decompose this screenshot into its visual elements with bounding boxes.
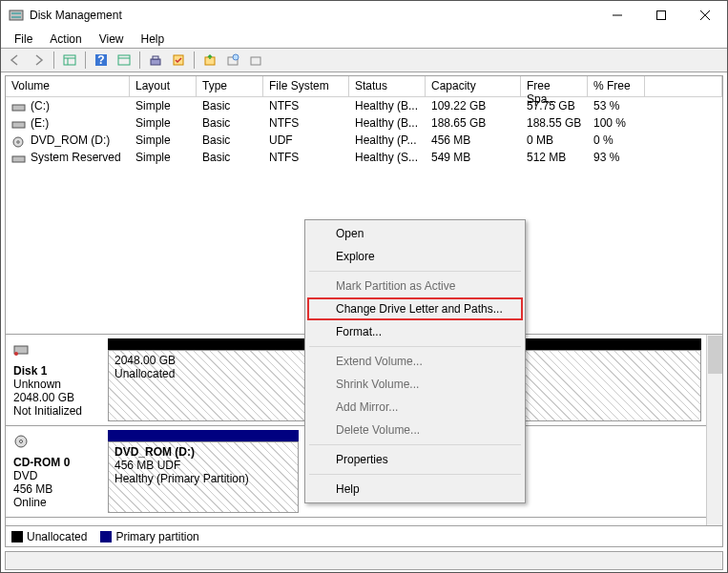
svg-rect-22	[12, 122, 25, 128]
minimize-button[interactable]	[595, 1, 639, 30]
col-volume[interactable]: Volume	[6, 76, 130, 97]
disk1-label[interactable]: Disk 1 Unknown 2048.00 GB Not Initialize…	[10, 338, 100, 421]
volume-name: (E:)	[31, 116, 49, 130]
cdrom0-state: Online	[13, 496, 96, 509]
show-hide-button[interactable]	[59, 50, 80, 71]
ctx-open[interactable]: Open	[307, 222, 523, 245]
volume-pct: 93 %	[588, 150, 645, 165]
ctx-properties[interactable]: Properties	[307, 448, 523, 471]
ctx-mark-active: Mark Partition as Active	[307, 275, 523, 297]
volume-pct: 100 %	[588, 115, 645, 131]
ctx-help[interactable]: Help	[307, 478, 523, 501]
svg-rect-1	[11, 12, 21, 14]
forward-button[interactable]	[28, 50, 49, 71]
settings-button[interactable]	[145, 50, 166, 71]
disk1-status: Unknown	[13, 378, 96, 391]
volume-capacity: 188.65 GB	[426, 115, 521, 131]
volume-free: 512 MB	[521, 150, 588, 165]
cdrom0-label[interactable]: CD-ROM 0 DVD 456 MB Online	[10, 430, 100, 513]
menu-view[interactable]: View	[92, 31, 132, 48]
volume-row[interactable]: (C:)SimpleBasicNTFSHealthy (B...109.22 G…	[6, 97, 722, 114]
col-status[interactable]: Status	[349, 76, 426, 97]
menu-bar: File Action View Help	[1, 30, 727, 48]
cdrom0-size: 456 MB	[13, 482, 96, 496]
ctx-shrink: Shrink Volume...	[307, 373, 523, 396]
context-menu: Open Explore Mark Partition as Active Ch…	[304, 219, 526, 503]
action1-button[interactable]	[199, 50, 220, 71]
volume-row[interactable]: DVD_ROM (D:)SimpleBasicUDFHealthy (P...4…	[6, 132, 722, 149]
volume-fs: UDF	[263, 133, 349, 148]
svg-rect-12	[118, 55, 130, 65]
svg-rect-2	[11, 16, 21, 18]
volume-type: Basic	[197, 150, 263, 165]
volume-status: Healthy (B...	[349, 115, 426, 131]
status-bar	[5, 551, 723, 570]
volume-pct: 0 %	[588, 133, 645, 148]
volume-free: 57.75 GB	[521, 98, 588, 113]
ctx-format[interactable]: Format...	[307, 320, 523, 343]
disc-icon	[13, 434, 29, 449]
ctx-change-drive-letter[interactable]: Change Drive Letter and Paths...	[307, 297, 523, 320]
svg-rect-15	[153, 56, 158, 59]
volume-header-row: Volume Layout Type File System Status Ca…	[6, 76, 722, 97]
back-button[interactable]	[5, 50, 26, 71]
disk1-init: Not Initialized	[13, 404, 96, 418]
volume-fs: NTFS	[263, 98, 349, 113]
volume-layout: Simple	[130, 150, 197, 165]
volume-fs: NTFS	[263, 150, 349, 165]
menu-file[interactable]: File	[7, 31, 40, 48]
volume-layout: Simple	[130, 133, 197, 148]
cdrom0-graphic[interactable]: DVD_ROM (D:) 456 MB UDF Healthy (Primary…	[108, 430, 299, 513]
action2-button[interactable]	[222, 50, 243, 71]
legend-unallocated: Unallocated	[11, 530, 87, 543]
cdrom0-type: DVD	[13, 469, 96, 482]
svg-rect-7	[64, 55, 75, 65]
close-button[interactable]	[683, 1, 727, 30]
svg-point-19	[233, 54, 239, 60]
ctx-explore[interactable]: Explore	[307, 245, 523, 268]
volume-fs: NTFS	[263, 115, 349, 131]
menu-help[interactable]: Help	[134, 31, 173, 48]
col-layout[interactable]: Layout	[130, 76, 197, 97]
disk-scrollbar[interactable]	[706, 335, 722, 525]
action3-button[interactable]	[245, 50, 266, 71]
volume-capacity: 109.22 GB	[426, 98, 521, 113]
volume-type: Basic	[197, 133, 263, 148]
refresh-button[interactable]	[114, 50, 135, 71]
svg-rect-20	[251, 57, 260, 65]
apply-button[interactable]	[168, 50, 189, 71]
ctx-add-mirror: Add Mirror...	[307, 396, 523, 419]
svg-point-29	[20, 440, 23, 443]
volume-icon	[11, 102, 27, 112]
volume-row[interactable]: System ReservedSimpleBasicNTFSHealthy (S…	[6, 149, 722, 166]
toolbar: ?	[1, 48, 727, 72]
disk1-size: 2048.00 GB	[13, 391, 96, 404]
partition-dvdrom[interactable]: DVD_ROM (D:) 456 MB UDF Healthy (Primary…	[108, 441, 299, 513]
col-free[interactable]: Free Spa...	[521, 76, 588, 97]
volume-type: Basic	[197, 98, 263, 113]
volume-status: Healthy (P...	[349, 133, 426, 148]
svg-text:?: ?	[97, 53, 104, 67]
svg-rect-25	[12, 156, 25, 162]
partition-name: DVD_ROM (D:)	[114, 445, 292, 459]
menu-action[interactable]: Action	[42, 31, 89, 48]
help-button[interactable]: ?	[91, 50, 112, 71]
volume-capacity: 456 MB	[426, 133, 521, 148]
volume-name: (C:)	[31, 99, 50, 113]
title-bar: Disk Management	[1, 1, 727, 30]
volume-icon	[11, 119, 27, 129]
volume-capacity: 549 MB	[426, 150, 521, 165]
cdrom0-name: CD-ROM 0	[13, 456, 96, 469]
window-title: Disk Management	[30, 9, 595, 22]
ctx-delete: Delete Volume...	[307, 419, 523, 441]
svg-rect-14	[151, 59, 160, 65]
maximize-button[interactable]	[639, 1, 683, 30]
col-pctfree[interactable]: % Free	[588, 76, 645, 97]
col-capacity[interactable]: Capacity	[426, 76, 521, 97]
svg-point-27	[14, 352, 18, 356]
disk1-name: Disk 1	[13, 364, 96, 378]
volume-type: Basic	[197, 115, 263, 131]
volume-row[interactable]: (E:)SimpleBasicNTFSHealthy (B...188.65 G…	[6, 114, 722, 132]
col-type[interactable]: Type	[197, 76, 263, 97]
col-filesystem[interactable]: File System	[263, 76, 349, 97]
